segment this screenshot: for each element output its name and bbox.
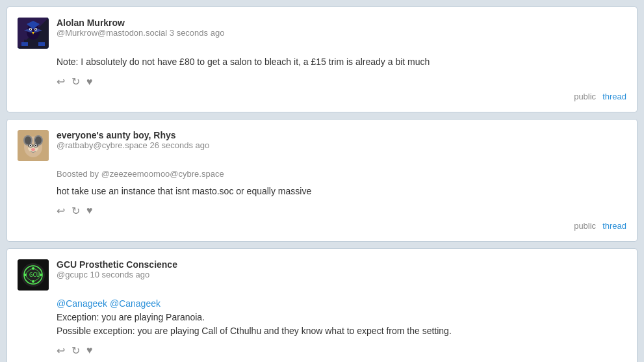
favorite-icon-1[interactable]: ♥ — [86, 76, 93, 88]
favorite-icon-2[interactable]: ♥ — [86, 205, 93, 216]
post-actions-2: ↩ ↻ ♥ — [57, 205, 626, 217]
post-actions-1: ↩ ↻ ♥ — [57, 75, 626, 88]
avatar-murkrow-1[interactable] — [18, 18, 49, 49]
post-body-3: @Canageek @Canageek Exception: you are p… — [57, 297, 626, 338]
svg-point-9 — [30, 29, 31, 30]
thread-link-2[interactable]: thread — [602, 221, 626, 231]
svg-rect-13 — [21, 42, 28, 46]
post-handle-3: @gcupc 10 seconds ago — [57, 270, 177, 279]
mention-link-1[interactable]: @Canageek — [57, 298, 107, 309]
post-actions-3: ↩ ↻ ♥ — [57, 344, 626, 357]
reply-icon-3[interactable]: ↩ — [57, 344, 65, 357]
svg-point-19 — [25, 136, 31, 144]
post-author-3[interactable]: GCU Prosthetic Conscience — [57, 259, 177, 270]
thread-link-1[interactable]: thread — [602, 92, 626, 101]
post-header-2: everyone's aunty boy, Rhys @ratbaby@cybr… — [18, 130, 626, 161]
avatar-ratbaby[interactable] — [18, 130, 49, 161]
boost-icon-3[interactable]: ↻ — [71, 344, 80, 357]
svg-point-32 — [32, 267, 34, 270]
avatar-gcupc[interactable]: GCU — [18, 259, 49, 291]
post-handle-2: @ratbaby@cybre.space 26 seconds ago — [57, 140, 209, 150]
post-footer-2: public thread — [18, 221, 626, 231]
post-footer-1: public thread — [18, 92, 626, 101]
boost-label-2: Boosted by @zeezeemoomoo@cybre.space — [57, 168, 626, 181]
post-card-1: Alolan Murkrow @Murkrow@mastodon.social … — [6, 6, 638, 112]
visibility-label-2: public — [574, 221, 596, 231]
visibility-label-1: public — [574, 92, 596, 101]
post-body-1: Note: I absolutely do not have £80 to ge… — [57, 55, 626, 69]
post-meta-3: GCU Prosthetic Conscience @gcupc 10 seco… — [57, 259, 177, 279]
boost-icon-2[interactable]: ↻ — [71, 205, 80, 217]
svg-point-26 — [30, 145, 31, 146]
reply-icon-1[interactable]: ↩ — [57, 75, 65, 88]
svg-rect-14 — [38, 42, 45, 46]
svg-text:GCU: GCU — [29, 272, 40, 278]
post-card-2: everyone's aunty boy, Rhys @ratbaby@cybr… — [6, 119, 638, 242]
post-header-1: Alolan Murkrow @Murkrow@mastodon.social … — [18, 18, 626, 49]
mention-link-2[interactable]: @Canageek — [110, 298, 161, 309]
svg-point-35 — [24, 274, 27, 276]
post-handle-1: @Murkrow@mastodon.social 3 seconds ago — [57, 28, 224, 38]
svg-point-34 — [32, 280, 34, 283]
post-meta-2: everyone's aunty boy, Rhys @ratbaby@cybr… — [57, 130, 209, 150]
boost-icon-1[interactable]: ↻ — [71, 75, 80, 88]
reply-icon-2[interactable]: ↩ — [57, 205, 65, 217]
favorite-icon-3[interactable]: ♥ — [86, 344, 93, 356]
svg-point-28 — [31, 148, 35, 151]
post-meta-1: Alolan Murkrow @Murkrow@mastodon.social … — [57, 18, 224, 38]
svg-point-27 — [35, 145, 36, 146]
post-card-3: GCU GCU Prosthetic Conscience @gcupc 10 … — [6, 248, 638, 363]
svg-point-33 — [40, 274, 42, 276]
post-body-2: Boosted by @zeezeemoomoo@cybre.space hot… — [57, 168, 626, 198]
post-author-1[interactable]: Alolan Murkrow — [57, 18, 224, 28]
svg-point-20 — [35, 136, 42, 144]
post-author-2[interactable]: everyone's aunty boy, Rhys — [57, 130, 209, 140]
svg-point-10 — [35, 29, 36, 30]
post-header-3: GCU GCU Prosthetic Conscience @gcupc 10 … — [18, 259, 626, 291]
